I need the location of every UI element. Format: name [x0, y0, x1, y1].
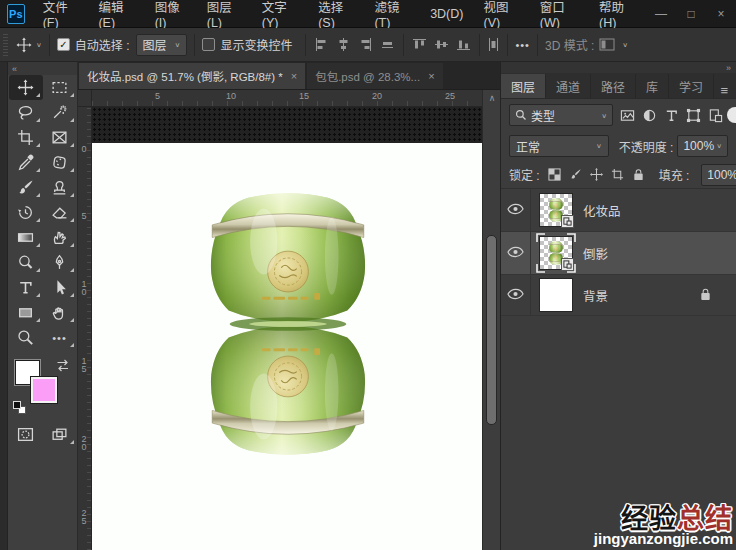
healing-patch-tool[interactable] [43, 150, 77, 175]
path-selection-tool[interactable] [43, 275, 77, 300]
menu-window[interactable]: 窗口(W) [530, 0, 589, 28]
tab-paths[interactable]: 路径 [591, 74, 636, 98]
swap-colors-icon[interactable] [55, 358, 71, 373]
frame-tool[interactable] [43, 125, 77, 150]
visibility-cell[interactable] [501, 275, 531, 315]
eye-icon[interactable] [507, 203, 524, 218]
menu-layer[interactable]: 图层(L) [197, 0, 252, 28]
shape-tool[interactable] [9, 300, 43, 325]
layer-name[interactable]: 化妆品 [583, 201, 621, 220]
lock-all-icon[interactable] [632, 168, 645, 181]
close-button[interactable]: × [706, 0, 736, 28]
tab-huazhuangpin[interactable]: 化妆品.psd @ 51.7% (倒影, RGB/8#) * × [79, 63, 305, 89]
dodge-tool[interactable] [9, 250, 43, 275]
menu-view[interactable]: 视图(V) [473, 0, 529, 28]
layer-row-beijing[interactable]: 背景 [501, 275, 736, 316]
vertical-ruler[interactable]: 0 5 10 15 20 25 [78, 90, 92, 550]
tab-baobao[interactable]: 包包.psd @ 28.3%... × [307, 63, 442, 89]
layer-name[interactable]: 背景 [583, 286, 608, 305]
show-transform-checkbox[interactable] [202, 38, 215, 51]
visibility-cell[interactable] [501, 189, 531, 231]
filter-pixel-layers-icon[interactable] [620, 108, 635, 123]
auto-select-checkbox[interactable]: ✓ [57, 38, 70, 51]
align-vertical-centers-icon[interactable] [435, 38, 448, 51]
eye-icon[interactable] [507, 246, 524, 261]
hand-tool[interactable] [43, 300, 77, 325]
smudge-tool[interactable] [43, 225, 77, 250]
marquee-tool[interactable] [43, 75, 77, 100]
menu-filter[interactable]: 滤镜(T) [364, 0, 420, 28]
quick-mask-button[interactable] [9, 422, 43, 447]
filter-type-layers-icon[interactable] [664, 108, 679, 123]
tab-learn[interactable]: 学习 [669, 74, 714, 98]
chevron-down-icon[interactable]: ∨ [36, 41, 42, 48]
align-right-edges-icon[interactable] [359, 38, 372, 51]
history-brush-tool[interactable] [9, 200, 43, 225]
align-horizontal-centers-icon[interactable] [337, 38, 350, 51]
lock-image-pixels-icon[interactable] [569, 168, 582, 181]
3d-mode-icon[interactable] [599, 38, 615, 51]
menu-type[interactable]: 文字(Y) [252, 0, 308, 28]
eye-icon[interactable] [507, 288, 524, 303]
filter-type-dropdown[interactable]: 类型 ∨ [509, 104, 613, 126]
layer-row-daoying[interactable]: 倒影 [501, 232, 736, 275]
align-bottom-edges-icon[interactable] [457, 38, 470, 51]
background-color-swatch[interactable] [31, 377, 57, 403]
distribute-vertical-icon[interactable] [487, 38, 500, 51]
horizontal-ruler[interactable]: 5 10 15 20 25 [92, 90, 482, 107]
menu-3d[interactable]: 3D(D) [420, 0, 473, 28]
quick-selection-tool[interactable] [43, 100, 77, 125]
options-bar-grip[interactable] [3, 34, 8, 56]
blend-mode-dropdown[interactable]: 正常 ∨ [509, 135, 609, 157]
auto-select-dropdown[interactable]: 图层 ∨ [136, 34, 188, 56]
type-tool[interactable] [9, 275, 43, 300]
gradient-tool[interactable] [9, 225, 43, 250]
tools-collapse-button[interactable]: « [8, 62, 77, 75]
lasso-tool[interactable] [9, 100, 43, 125]
menu-select[interactable]: 选择(S) [308, 0, 364, 28]
screen-mode-button[interactable] [43, 422, 77, 447]
lock-transparent-pixels-icon[interactable] [548, 168, 561, 181]
panel-collapse-button[interactable]: » [501, 62, 736, 73]
align-left-edges-icon[interactable] [315, 38, 328, 51]
scroll-up-icon[interactable]: ∧ [483, 93, 501, 103]
lock-position-icon[interactable] [590, 168, 603, 181]
distribute-horizontal-icon[interactable] [381, 38, 394, 51]
layer-row-huazhuangpin[interactable]: 化妆品 [501, 189, 736, 232]
layer-name[interactable]: 倒影 [583, 244, 608, 263]
default-colors-icon[interactable] [13, 401, 26, 414]
filter-adjustment-layers-icon[interactable] [642, 108, 657, 123]
visibility-cell[interactable] [501, 232, 531, 274]
pen-tool[interactable] [43, 250, 77, 275]
layer-thumbnail[interactable] [539, 278, 573, 312]
eraser-tool[interactable] [43, 200, 77, 225]
edit-toolbar-button[interactable]: ••• [43, 325, 77, 350]
more-options-button[interactable]: ••• [515, 39, 530, 51]
minimize-button[interactable]: — [646, 0, 676, 28]
menu-edit[interactable]: 编辑(E) [88, 0, 144, 28]
align-top-edges-icon[interactable] [413, 38, 426, 51]
filter-shape-layers-icon[interactable] [686, 108, 701, 123]
tab-channels[interactable]: 通道 [546, 74, 591, 98]
move-tool-preset-icon[interactable] [14, 33, 34, 57]
brush-tool[interactable] [9, 175, 43, 200]
menu-image[interactable]: 图像(I) [145, 0, 197, 28]
tab-close-icon[interactable]: × [428, 70, 434, 82]
crop-tool[interactable] [9, 125, 43, 150]
maximize-button[interactable]: □ [676, 0, 706, 28]
eyedropper-tool[interactable] [9, 150, 43, 175]
zoom-tool[interactable] [9, 325, 43, 350]
clone-stamp-tool[interactable] [43, 175, 77, 200]
tab-libraries[interactable]: 库 [636, 74, 669, 98]
document-canvas[interactable] [92, 107, 482, 550]
vertical-scrollbar[interactable]: ∧ [482, 90, 500, 550]
lock-artboard-icon[interactable] [611, 168, 624, 181]
menu-file[interactable]: 文件(F) [33, 0, 89, 28]
panel-menu-icon[interactable]: ≡ [720, 83, 736, 98]
scrollbar-thumb[interactable] [486, 235, 497, 425]
filter-smart-objects-icon[interactable] [708, 108, 723, 123]
move-tool[interactable] [9, 75, 43, 100]
tab-layers[interactable]: 图层 [501, 74, 546, 98]
menu-help[interactable]: 帮助(H) [589, 0, 646, 28]
fill-value-dropdown[interactable]: 100% ∨ [701, 164, 736, 186]
